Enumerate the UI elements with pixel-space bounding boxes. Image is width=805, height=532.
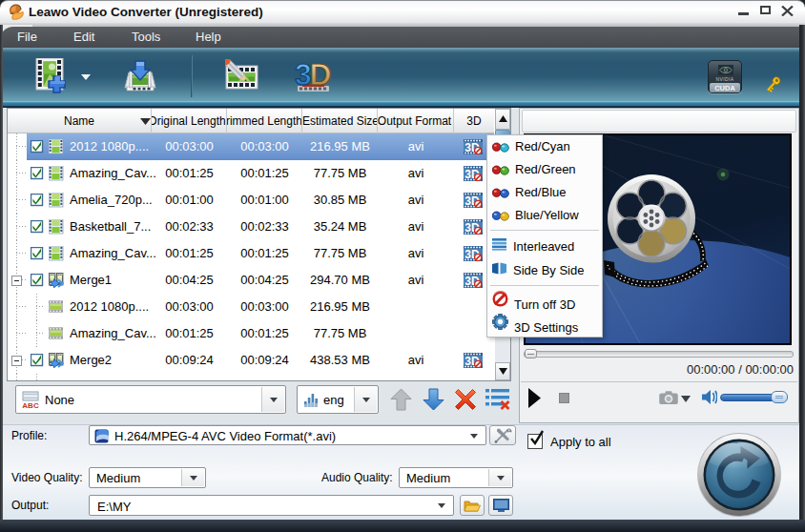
svg-text:ABC: ABC [22, 401, 39, 409]
svg-text:D: D [309, 58, 331, 92]
